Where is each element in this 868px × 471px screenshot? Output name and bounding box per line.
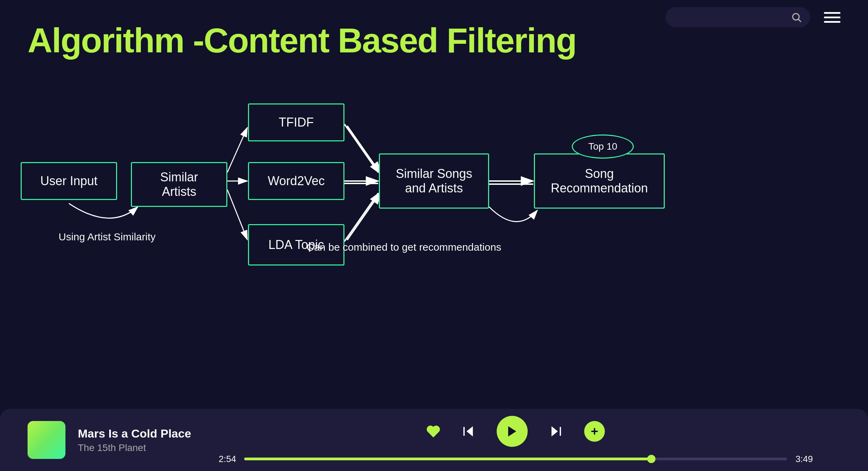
progress-fill [244,458,651,460]
skip-forward-button[interactable] [548,424,564,439]
like-button[interactable] [426,424,440,438]
oval-top10: Top 10 [572,134,634,159]
search-icon [791,12,802,23]
add-button[interactable] [584,421,605,442]
skip-back-button[interactable] [461,424,476,439]
diagram-area: User Input SimilarArtists TFIDF Word2Vec… [0,76,868,402]
song-info: Mars Is a Cold Place The 15th Planet [78,427,191,453]
svg-line-5 [227,128,247,172]
svg-line-1 [798,19,801,22]
box-word2vec: Word2Vec [248,162,344,200]
svg-line-9 [344,193,378,241]
player-bar: Mars Is a Cold Place The 15th Planet [0,409,868,471]
search-bar[interactable] [665,7,810,27]
total-time: 3:49 [795,454,813,464]
box-similar-songs: Similar Songsand Artists [379,153,489,209]
box-tfidf: TFIDF [248,103,344,141]
svg-marker-17 [508,426,516,437]
label-combine: Can be combined to get recommendations [307,241,501,253]
label-artist-similarity: Using Artist Similarity [59,231,156,243]
controls-buttons [426,416,605,447]
box-similar-artists: SimilarArtists [131,162,227,207]
svg-marker-15 [467,426,473,436]
current-time: 2:54 [219,454,236,464]
progress-container: 2:54 3:49 [219,454,813,464]
player-controls: 2:54 3:49 [219,416,813,464]
svg-point-0 [793,13,799,20]
svg-line-8 [347,126,381,174]
progress-bar[interactable] [244,458,787,460]
svg-line-10 [347,192,381,240]
progress-thumb [647,455,655,463]
page-title: Algorithm -Content Based Filtering [28,21,576,60]
svg-line-6 [227,190,247,240]
box-song-recommendation: SongRecommendation [534,153,665,209]
play-button[interactable] [497,416,528,447]
song-artist: The 15th Planet [78,442,191,453]
song-title: Mars Is a Cold Place [78,427,191,440]
svg-marker-18 [552,426,558,436]
svg-line-7 [344,124,378,172]
box-user-input: User Input [21,162,117,200]
album-art [28,421,65,459]
menu-button[interactable] [824,12,840,23]
